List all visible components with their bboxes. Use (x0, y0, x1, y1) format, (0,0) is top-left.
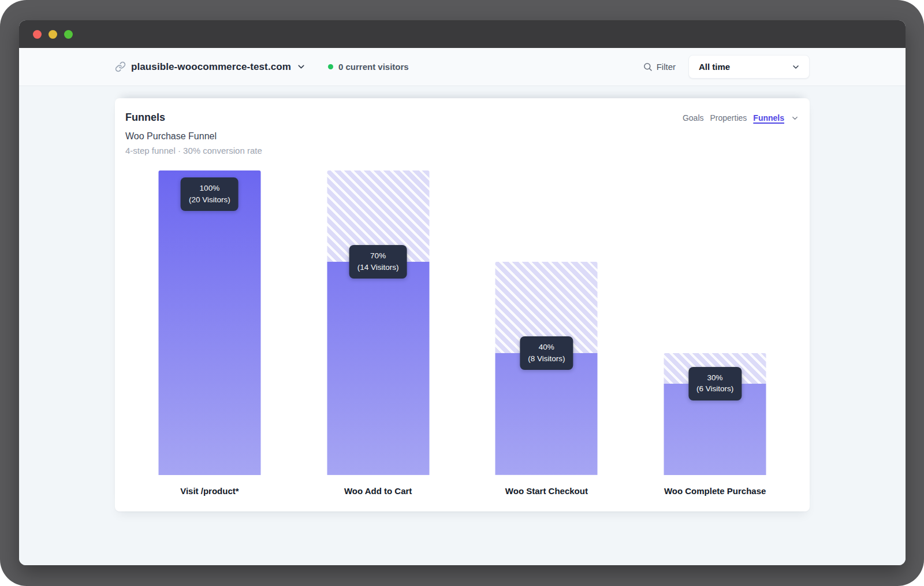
funnel-bar-fill (158, 170, 260, 475)
date-range-dropdown[interactable]: All time (688, 55, 810, 79)
tab-funnels[interactable]: Funnels (753, 113, 784, 123)
funnel-bar-fill (495, 353, 598, 475)
funnel-step-label: Woo Start Checkout (463, 486, 631, 496)
search-icon (643, 62, 653, 72)
funnel-bar: 70%(14 Visitors) (327, 170, 429, 475)
funnel-step: 30%(6 Visitors) (631, 170, 799, 475)
zoom-window-button[interactable] (64, 30, 73, 39)
funnel-step: 100%(20 Visitors) (125, 170, 294, 475)
funnel-step: 70%(14 Visitors) (294, 170, 463, 475)
link-icon (115, 61, 126, 72)
funnel-tooltip: 40%(8 Visitors) (520, 336, 573, 370)
dashboard-header: plausible-woocommerce-test.com 0 current… (19, 48, 906, 86)
card-tabs: Goals Properties Funnels (683, 113, 799, 123)
filter-label: Filter (657, 62, 676, 72)
close-window-button[interactable] (33, 30, 42, 39)
tab-goals[interactable]: Goals (683, 113, 704, 123)
funnel-chart: 100%(20 Visitors)70%(14 Visitors)40%(8 V… (125, 170, 799, 475)
funnel-bar: 30%(6 Visitors) (664, 170, 766, 475)
minimize-window-button[interactable] (49, 30, 57, 39)
funnel-bar-fill (327, 262, 429, 475)
funnel-step-label: Visit /product* (125, 486, 294, 496)
funnel-name: Woo Purchase Funnel (125, 131, 262, 142)
funnel-step: 40%(8 Visitors) (463, 170, 631, 475)
funnel-bar: 40%(8 Visitors) (495, 170, 598, 475)
funnel-tooltip: 30%(6 Visitors) (688, 367, 742, 400)
funnel-labels: Visit /product*Woo Add to CartWoo Start … (125, 486, 799, 496)
desktop-background: plausible-woocommerce-test.com 0 current… (0, 0, 924, 586)
site-name: plausible-woocommerce-test.com (131, 61, 291, 73)
window-titlebar (19, 20, 906, 48)
funnel-step-label: Woo Add to Cart (294, 486, 463, 496)
funnel-header: Funnels Woo Purchase Funnel 4-step funne… (125, 112, 262, 155)
funnels-card: Funnels Woo Purchase Funnel 4-step funne… (115, 98, 810, 511)
chevron-down-icon (296, 62, 306, 72)
funnel-meta: 4-step funnel · 30% conversion rate (125, 146, 262, 155)
browser-window: plausible-woocommerce-test.com 0 current… (19, 20, 906, 565)
date-range-label: All time (699, 62, 730, 72)
current-visitors[interactable]: 0 current visitors (328, 62, 409, 72)
current-visitors-label: 0 current visitors (338, 62, 409, 72)
dashboard-content: Funnels Woo Purchase Funnel 4-step funne… (19, 86, 906, 565)
chevron-down-icon (791, 114, 799, 123)
chevron-down-icon (791, 62, 800, 72)
tab-properties[interactable]: Properties (710, 113, 747, 123)
funnel-step-label: Woo Complete Purchase (631, 486, 799, 496)
funnel-bar: 100%(20 Visitors) (158, 170, 260, 475)
site-selector[interactable]: plausible-woocommerce-test.com (115, 61, 306, 73)
funnel-tooltip: 70%(14 Visitors) (349, 245, 407, 279)
online-status-dot (328, 64, 333, 69)
funnel-tooltip: 100%(20 Visitors) (181, 177, 239, 211)
filter-button[interactable]: Filter (643, 62, 676, 72)
card-title: Funnels (125, 112, 262, 124)
